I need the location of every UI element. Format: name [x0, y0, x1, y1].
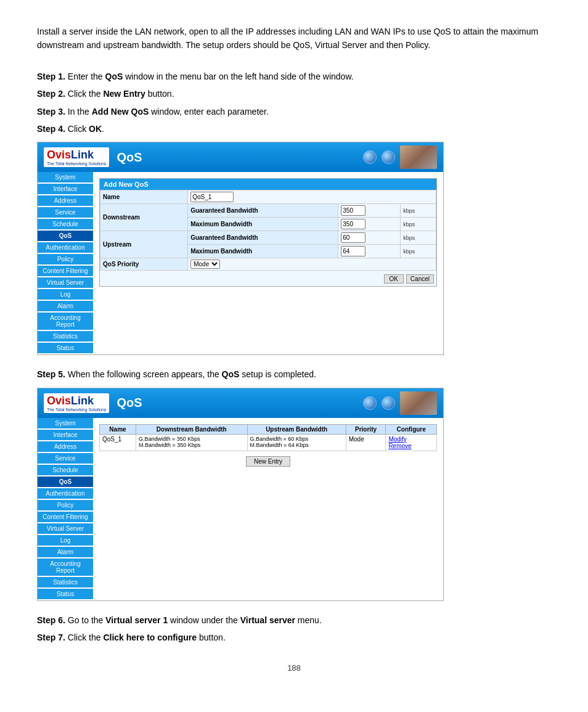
screenshot-1: OvisLink The Total Networking Solutions …	[37, 142, 444, 355]
logo-area-1: OvisLink The Total Networking Solutions …	[44, 147, 142, 167]
upstream-guaranteed-cell	[338, 231, 401, 245]
downstream-label: Downstream	[100, 204, 188, 231]
globe-icon-3	[363, 396, 377, 410]
max-bw-cell	[338, 218, 401, 231]
sidebar-item-qos-1[interactable]: QoS	[38, 231, 93, 241]
sidebar-item-system-1[interactable]: System	[38, 172, 93, 182]
sidebar-item-schedule-2[interactable]: Schedule	[38, 465, 93, 475]
form-buttons: OK Cancel	[100, 271, 436, 286]
step-2-text: Click the	[68, 89, 104, 99]
upstream-max-label: Maximum Bandwidth	[188, 245, 338, 258]
sidebar-item-alarm-2[interactable]: Alarm	[38, 547, 93, 557]
sidebar-item-alarm-1[interactable]: Alarm	[38, 301, 93, 311]
sidebar-item-service-2[interactable]: Service	[38, 453, 93, 464]
upstream-guaranteed-label: Guaranteed Bandwidth	[188, 231, 338, 245]
sidebar-item-policy-1[interactable]: Policy	[38, 254, 93, 264]
col-name: Name	[100, 424, 136, 434]
sidebar-item-status-1[interactable]: Status	[38, 343, 93, 353]
sidebar-item-statistics-2[interactable]: Statistics	[38, 577, 93, 587]
header-icons-1	[363, 145, 437, 169]
maximum-bw-label: Maximum Bandwidth	[188, 218, 338, 231]
upstream-max-input[interactable]	[341, 246, 365, 256]
row-downstream: G.Bandwidth = 350 KbpsM.Bandwidth = 350 …	[136, 434, 247, 451]
downstream-header-row: Downstream Guaranteed Bandwidth kbps	[100, 204, 436, 218]
step-3-label: Step 3.	[37, 107, 65, 117]
sidebar-item-auth-2[interactable]: Authentication	[38, 488, 93, 499]
new-entry-button[interactable]: New Entry	[246, 456, 290, 467]
router-body-1: System Interface Address Service Schedul…	[38, 172, 443, 354]
step-6: Step 6. Go to the Virtual server 1 windo…	[37, 613, 551, 627]
step-4-label: Step 4.	[37, 124, 65, 134]
remove-link[interactable]: Remove	[388, 443, 411, 449]
priority-row: QoS Priority Mode	[100, 258, 436, 271]
step-6-label: Step 6.	[37, 615, 65, 625]
step-2-text2: button.	[145, 89, 174, 99]
guaranteed-bw-label: Guaranteed Bandwidth	[188, 204, 338, 218]
table-header-row: Name Downstream Bandwidth Upstream Bandw…	[100, 424, 437, 434]
globe-icon-1	[363, 150, 377, 164]
row-name: QoS_1	[100, 434, 136, 451]
col-upstream: Upstream Bandwidth	[247, 424, 346, 434]
sidebar-item-vserver-1[interactable]: Virtual Server	[38, 277, 93, 288]
globe-icon-2	[382, 150, 395, 164]
ovis-header-2: OvisLink The Total Networking Solutions …	[38, 388, 443, 418]
sidebar-item-system-2[interactable]: System	[38, 418, 93, 428]
sidebar-item-accounting-1[interactable]: Accounting Report	[38, 313, 93, 330]
sidebar-item-status-2[interactable]: Status	[38, 589, 93, 599]
col-configure: Configure	[386, 424, 437, 434]
sidebar-item-qos-2[interactable]: QoS	[38, 477, 93, 487]
downstream-max-input[interactable]	[341, 219, 365, 229]
sidebar-item-vserver-2[interactable]: Virtual Server	[38, 523, 93, 534]
ovis-header-1: OvisLink The Total Networking Solutions …	[38, 142, 443, 172]
sidebar-item-accounting-2[interactable]: Accounting Report	[38, 559, 93, 576]
sidebar-item-log-1[interactable]: Log	[38, 289, 93, 300]
main-content-1: Add New QoS Name Downstream Guaranteed B…	[93, 172, 443, 354]
globe-icon-4	[382, 396, 395, 410]
modify-link[interactable]: Modify	[388, 436, 406, 443]
brand-name-1: OvisLink	[47, 149, 94, 161]
step-1-text: Enter the	[68, 72, 105, 81]
sidebar-item-content-1[interactable]: Content Filtering	[38, 266, 93, 276]
step-6-bold2: Virtual server	[240, 615, 295, 625]
sidebar-item-schedule-1[interactable]: Schedule	[38, 219, 93, 229]
sidebar-item-address-2[interactable]: Address	[38, 441, 93, 452]
upstream-guaranteed-row: Upstream Guaranteed Bandwidth kbps	[100, 231, 436, 245]
person-photo-1	[400, 145, 437, 169]
step-7: Step 7. Click the Click here to configur…	[37, 631, 551, 644]
step-4-text2: .	[102, 124, 104, 134]
sidebar-item-policy-2[interactable]: Policy	[38, 500, 93, 510]
step-3: Step 3. In the Add New QoS window, enter…	[37, 105, 551, 118]
section-title-1: QoS	[116, 150, 142, 165]
cancel-button[interactable]: Cancel	[406, 274, 434, 284]
step-1-bold: QoS	[105, 72, 123, 81]
sidebar-item-content-2[interactable]: Content Filtering	[38, 512, 93, 522]
priority-label: QoS Priority	[100, 258, 188, 271]
ok-button[interactable]: OK	[384, 274, 404, 284]
sidebar-item-service-1[interactable]: Service	[38, 207, 93, 218]
step-1-label: Step 1.	[37, 72, 65, 81]
step-4-bold: OK	[89, 124, 102, 134]
row-priority: Mode	[346, 434, 386, 451]
upstream-max-unit: kbps	[401, 245, 436, 258]
sidebar-1: System Interface Address Service Schedul…	[38, 172, 93, 354]
step-5-label: Step 5.	[37, 369, 65, 379]
qos-list-table: Name Downstream Bandwidth Upstream Bandw…	[99, 424, 437, 451]
brand-name-2: OvisLink	[47, 395, 94, 407]
sidebar-item-interface-1[interactable]: Interface	[38, 184, 93, 194]
sidebar-item-auth-1[interactable]: Authentication	[38, 242, 93, 253]
step-2: Step 2. Click the New Entry button.	[37, 87, 551, 100]
step-4: Step 4. Click OK.	[37, 122, 551, 136]
upstream-guaranteed-input[interactable]	[341, 232, 365, 243]
name-row: Name	[100, 190, 436, 204]
sidebar-item-statistics-1[interactable]: Statistics	[38, 331, 93, 342]
priority-select[interactable]: Mode	[190, 260, 220, 269]
section-title-2: QoS	[116, 396, 142, 410]
sidebar-item-interface-2[interactable]: Interface	[38, 430, 93, 440]
name-input[interactable]	[190, 192, 234, 202]
router-body-2: System Interface Address Service Schedul…	[38, 418, 443, 600]
sidebar-item-log-2[interactable]: Log	[38, 535, 93, 546]
step-6-text: Go to the	[68, 615, 105, 625]
downstream-guaranteed-input[interactable]	[341, 205, 365, 216]
step-3-text2: window, enter each parameter.	[149, 107, 269, 117]
sidebar-item-address-1[interactable]: Address	[38, 195, 93, 206]
